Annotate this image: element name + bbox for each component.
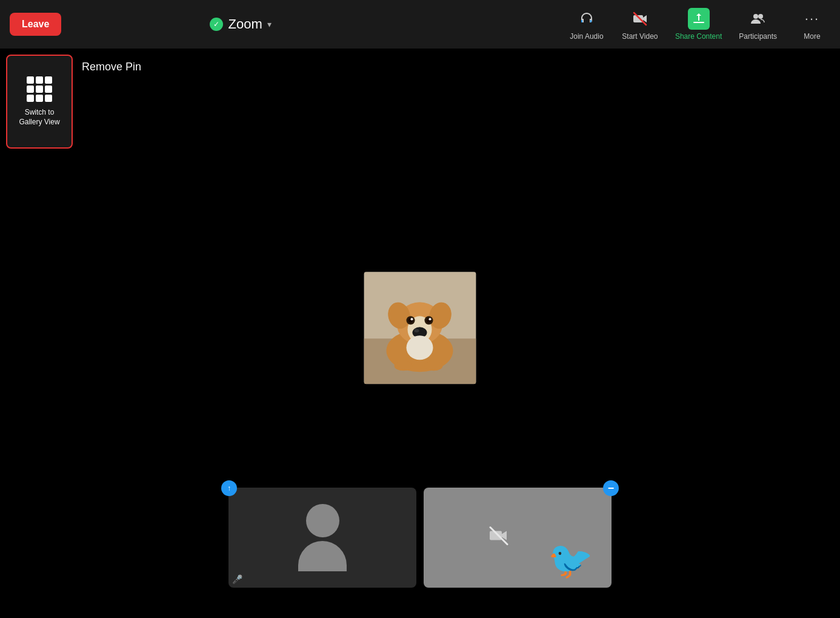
zoom-title-area: ✓ Zoom ▾ — [210, 16, 271, 32]
topbar: Leave ✓ Zoom ▾ Join Audio Star — [0, 0, 840, 49]
remove-pin-button[interactable]: Remove Pin — [82, 61, 141, 73]
avatar-body — [298, 541, 347, 571]
more-button[interactable]: ··· More — [794, 8, 830, 41]
participant-2-video: 🐦 — [424, 488, 612, 588]
participants-label: Participants — [739, 32, 777, 41]
more-label: More — [804, 32, 820, 41]
switch-gallery-view-button[interactable]: Switch to Gallery View — [6, 55, 73, 149]
share-content-button[interactable]: Share Content — [675, 8, 722, 41]
headphone-icon — [576, 8, 598, 30]
svg-point-20 — [407, 335, 433, 360]
svg-rect-2 — [693, 22, 704, 23]
svg-point-4 — [758, 14, 763, 19]
join-audio-button[interactable]: Join Audio — [568, 8, 605, 41]
camera-blocked-icon — [488, 525, 510, 551]
participant-tile-1: ↑ 🎤 — [228, 488, 416, 588]
main-content: Switch to Gallery View Remove Pin — [0, 49, 840, 618]
bird-figure: 🐦 — [548, 539, 593, 582]
share-content-icon — [688, 8, 710, 30]
participant-tile-2: − 🐦 — [424, 488, 612, 588]
join-audio-label: Join Audio — [570, 32, 603, 41]
mic-icon: 🎤 — [232, 574, 242, 584]
dog-image — [364, 272, 476, 384]
pinned-video — [364, 272, 476, 384]
participants-icon — [747, 8, 769, 30]
svg-point-21 — [395, 361, 413, 371]
participant-2-badge: − — [603, 480, 619, 496]
svg-point-3 — [753, 14, 758, 19]
start-video-button[interactable]: Start Video — [622, 8, 658, 41]
svg-point-17 — [429, 318, 432, 320]
grid-icon — [27, 76, 52, 102]
leave-button[interactable]: Leave — [10, 13, 61, 36]
chevron-down-icon[interactable]: ▾ — [267, 19, 272, 29]
participant-1-video — [228, 488, 416, 588]
avatar — [298, 504, 347, 571]
camera-off-icon — [629, 8, 651, 30]
participants-button[interactable]: Participants — [739, 8, 777, 41]
avatar-head — [306, 504, 339, 537]
more-dots-icon: ··· — [801, 8, 823, 30]
svg-point-22 — [425, 361, 443, 371]
svg-point-14 — [411, 318, 413, 320]
zoom-label: Zoom — [228, 16, 262, 32]
zoom-shield-icon: ✓ — [210, 18, 223, 31]
start-video-label: Start Video — [622, 32, 658, 41]
participants-strip: ↑ 🎤 − — [228, 488, 612, 588]
topbar-actions: Join Audio Start Video Share Content — [568, 8, 830, 41]
gallery-view-label: Switch to Gallery View — [19, 108, 59, 127]
svg-point-19 — [415, 329, 419, 332]
participant-1-badge: ↑ — [221, 480, 237, 496]
share-content-label: Share Content — [675, 32, 722, 41]
